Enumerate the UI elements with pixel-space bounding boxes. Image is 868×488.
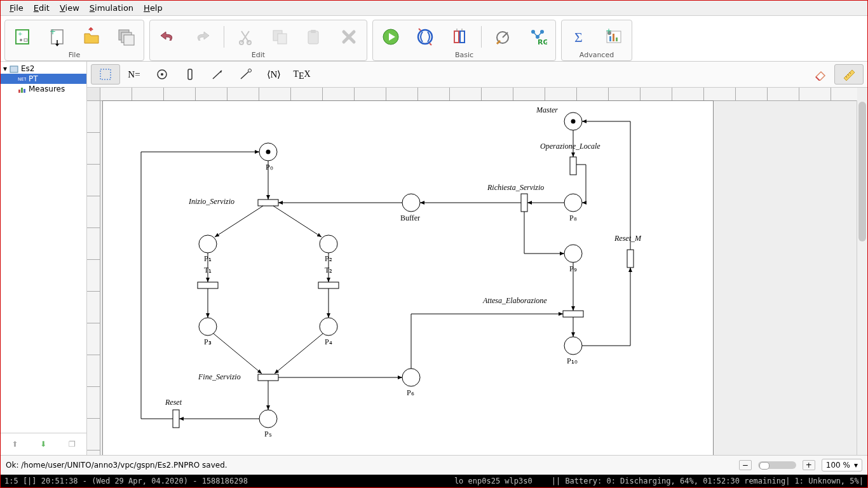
transition-reset-m[interactable]: [627, 250, 634, 268]
zoom-combo[interactable]: 100 % ▾: [822, 459, 862, 471]
select-tool[interactable]: [91, 64, 120, 85]
menu-simulation[interactable]: Simulation: [85, 2, 139, 14]
play-button[interactable]: [378, 24, 403, 50]
place-p5[interactable]: [259, 410, 277, 428]
new-page-button[interactable]: +: [44, 24, 70, 50]
menu-view[interactable]: View: [55, 2, 85, 14]
copy-button[interactable]: [268, 24, 293, 50]
transition-reset[interactable]: [173, 410, 179, 428]
svg-text:Σ: Σ: [574, 29, 583, 45]
place-p8[interactable]: [564, 194, 582, 212]
place-tool[interactable]: [148, 65, 176, 84]
svg-point-39: [161, 73, 163, 76]
open-button[interactable]: [79, 24, 104, 50]
collapse-icon[interactable]: ▾: [3, 64, 7, 73]
tree-root-es2[interactable]: ▾ Es2: [1, 64, 86, 74]
chevron-down-icon: ▾: [854, 461, 858, 470]
trans-label-oplocale: Operazione_Locale: [540, 142, 600, 151]
separator: [224, 26, 224, 48]
svg-rect-31: [10, 66, 18, 72]
canvas[interactable]: P₀ Buffer Master P₈ P₉ P₁₀: [102, 100, 857, 455]
place-p9[interactable]: [564, 245, 582, 262]
move-down-button[interactable]: ⬇: [40, 440, 46, 449]
sysbar-mid: lo enp0s25 wlp3s0: [454, 477, 532, 485]
place-p0[interactable]: [259, 143, 277, 161]
paste-button[interactable]: [302, 24, 327, 50]
toolbar-label-edit: Edit: [252, 50, 265, 59]
place-p4[interactable]: [320, 318, 337, 336]
place-p2[interactable]: [320, 235, 337, 253]
transition-operazione-locale[interactable]: [570, 157, 576, 175]
place-label-p3: P₃: [204, 337, 212, 346]
project-tree[interactable]: ▾ Es2 NET PT Measures: [1, 62, 86, 433]
svg-point-50: [199, 235, 217, 253]
menu-file[interactable]: FFileile: [4, 2, 29, 14]
place-p1[interactable]: [199, 235, 217, 253]
svg-point-53: [320, 318, 337, 336]
petri-net-page[interactable]: P₀ Buffer Master P₈ P₉ P₁₀: [102, 100, 714, 455]
toolbar-label-advanced: Advanced: [580, 50, 614, 59]
tex-tool[interactable]: TEX: [288, 65, 316, 84]
ruler-toggle[interactable]: [834, 64, 864, 85]
nbrackets-tool[interactable]: ⟨N⟩: [260, 65, 288, 84]
zoom-in-button[interactable]: +: [803, 460, 815, 470]
place-p10[interactable]: [564, 337, 582, 355]
transition-t2[interactable]: [318, 282, 339, 288]
ruler-vertical[interactable]: [87, 100, 100, 455]
svg-point-51: [320, 235, 337, 253]
rg-button[interactable]: RG: [525, 24, 550, 50]
inhibitor-arc-tool[interactable]: [232, 65, 260, 84]
undo-button[interactable]: [155, 24, 180, 50]
token-game-button[interactable]: [412, 24, 438, 50]
transition-attesa-elaborazione[interactable]: [563, 311, 583, 317]
svg-rect-61: [570, 157, 576, 175]
zoom-slider[interactable]: [758, 461, 796, 469]
transition-richiesta-servizio[interactable]: [521, 194, 527, 212]
tree-node-measures[interactable]: Measures: [1, 84, 86, 94]
ruler-horizontal[interactable]: [100, 88, 857, 101]
advanced-analysis-button[interactable]: +: [601, 24, 627, 50]
transition-tool[interactable]: [176, 65, 204, 84]
arc-tool[interactable]: [204, 65, 232, 84]
place-master[interactable]: [564, 112, 582, 130]
eraser-tool[interactable]: [806, 65, 834, 84]
place-p6[interactable]: [402, 369, 420, 386]
net-icon: NET: [17, 76, 26, 82]
zoom-out-button[interactable]: −: [739, 460, 752, 470]
redo-button[interactable]: [189, 24, 215, 50]
ruler-corner: [87, 88, 100, 101]
status-message: Ok: /home/user/UNITO/anno3/vpc/gspn/Es2.…: [6, 461, 227, 470]
toolbar-group-advanced: Σ + Advanced: [561, 20, 632, 61]
duplicate-button[interactable]: ❐: [69, 440, 76, 449]
menu-help[interactable]: Help: [139, 2, 168, 14]
menu-edit[interactable]: Edit: [29, 2, 55, 14]
cut-button[interactable]: [233, 24, 259, 50]
transition-t1[interactable]: [198, 282, 218, 288]
transition-fine-servizio[interactable]: [258, 374, 278, 381]
neq-tool[interactable]: N=: [120, 65, 148, 84]
svg-rect-58: [318, 282, 339, 288]
place-buffer[interactable]: [402, 194, 420, 212]
new-net-button[interactable]: +: [10, 24, 36, 50]
tree-node-pt[interactable]: NET PT: [1, 74, 86, 84]
svg-point-2: [20, 39, 22, 41]
save-all-button[interactable]: [113, 24, 139, 50]
menubar: FFileile Edit View Simulation Help: [1, 1, 867, 16]
svg-rect-56: [258, 200, 278, 206]
system-status-bar: 1:5 [|] 20:51:38 - (Wed 29 Apr, 04.2020)…: [1, 475, 867, 487]
sigma-button[interactable]: Σ: [567, 24, 592, 50]
unfolding-button[interactable]: [447, 24, 472, 50]
separator: [481, 26, 482, 48]
svg-text:RG: RG: [538, 38, 547, 46]
project-sidebar: ▾ Es2 NET PT Measures ⬆ ⬇ ❐: [1, 62, 87, 455]
move-up-button[interactable]: ⬆: [11, 440, 18, 449]
place-p3[interactable]: [199, 318, 217, 336]
measure-tool-button[interactable]: [491, 24, 516, 50]
delete-button[interactable]: [336, 24, 362, 50]
transition-inizio-servizio[interactable]: [258, 200, 278, 206]
svg-rect-14: [311, 30, 316, 33]
vertical-scrollbar[interactable]: [857, 100, 867, 455]
trans-label-fine: Fine_Servizio: [198, 372, 241, 381]
place-label-p4: P₄: [325, 337, 332, 346]
toolbar-group-edit: Edit: [149, 20, 367, 61]
